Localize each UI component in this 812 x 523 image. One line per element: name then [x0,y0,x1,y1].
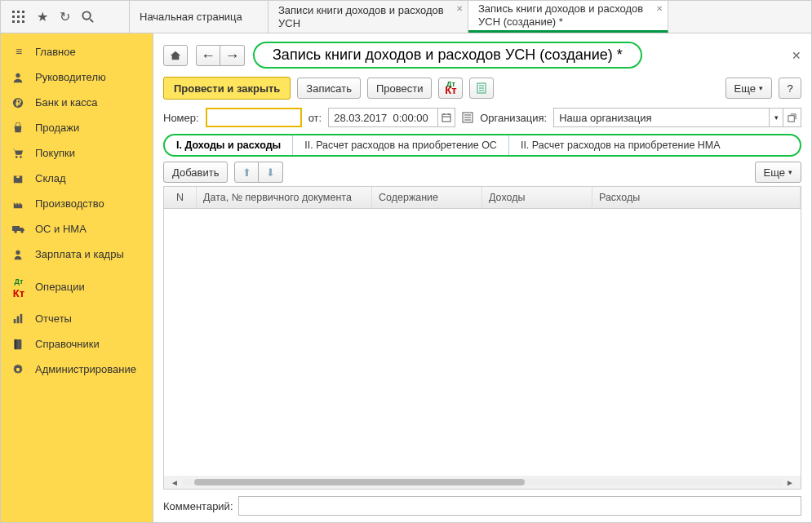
scroll-left-icon[interactable]: ◄ [167,478,182,487]
svg-point-9 [82,11,90,19]
svg-point-14 [16,156,18,158]
write-button[interactable]: Записать [297,78,361,99]
subtab-nma[interactable]: II. Расчет расходов на приобретение НМА [509,135,732,155]
table-body[interactable] [164,209,801,476]
svg-line-10 [90,19,93,22]
move-up-button[interactable]: ⬆ [234,162,259,183]
col-content[interactable]: Содержание [372,187,482,208]
svg-point-21 [16,250,20,254]
sidebar-item-warehouse[interactable]: Склад [1,166,153,191]
svg-rect-32 [442,114,450,122]
table-more-button[interactable]: Еще [755,162,801,183]
svg-rect-22 [14,319,16,323]
org-input[interactable] [553,108,769,127]
post-and-close-button[interactable]: Провести и закрыть [163,77,291,100]
sidebar-item-assets[interactable]: ОС и НМА [1,216,153,242]
back-button[interactable]: ← [196,45,220,66]
number-input[interactable] [206,108,302,127]
sidebar-item-purchases[interactable]: Покупки [1,140,153,166]
svg-rect-26 [15,339,17,348]
sidebar-item-label: Отчеты [35,312,72,325]
tab-record-create[interactable]: Запись книги доходов и расходов УСН (соз… [468,1,668,33]
manager-icon [12,72,25,83]
sidebar-item-label: Главное [35,46,76,58]
sidebar-item-admin[interactable]: Администрирование [1,357,153,382]
sidebar-item-hr[interactable]: Зарплата и кадры [1,242,153,267]
apps-icon[interactable] [12,11,25,24]
star-icon[interactable]: ★ [37,9,48,24]
forward-button[interactable]: → [220,45,245,66]
person-icon [12,249,25,260]
close-page-button[interactable]: ✕ [792,49,801,62]
subtab-income-expense[interactable]: I. Доходы и расходы [165,135,293,155]
date-input[interactable] [328,108,437,127]
add-button[interactable]: Добавить [163,162,228,183]
svg-point-20 [20,230,24,233]
sidebar-item-bank[interactable]: ₽Банк и касса [1,90,153,115]
sidebar-item-label: Продажи [35,122,79,134]
org-quick-icon[interactable] [462,112,473,123]
close-icon[interactable]: ✕ [656,4,663,13]
book-icon [12,339,25,350]
col-income[interactable]: Доходы [482,187,592,208]
more-button[interactable]: Еще [725,78,772,99]
col-date-doc[interactable]: Дата, № первичного документа [197,187,372,208]
svg-rect-6 [12,20,15,23]
svg-point-19 [14,230,17,233]
svg-rect-24 [20,313,23,322]
search-icon[interactable] [82,11,94,23]
svg-text:₽: ₽ [16,97,21,107]
sidebar-item-main[interactable]: ≡Главное [1,38,153,64]
content-area: ← → Запись книги доходов и расходов УСН … [153,33,811,522]
page-title: Запись книги доходов и расходов УСН (соз… [253,42,642,69]
comment-input[interactable] [238,496,802,516]
post-button[interactable]: Провести [367,78,433,99]
sidebar-item-manager[interactable]: Руководителю [1,64,153,90]
document-button[interactable] [469,78,494,99]
svg-rect-1 [17,11,20,13]
svg-rect-40 [788,115,794,121]
from-label: от: [308,112,322,124]
sidebar-item-catalogs[interactable]: Справочники [1,331,153,357]
subtab-os[interactable]: II. Расчет расходов на приобретение ОС [293,135,509,155]
sidebar-item-operations[interactable]: ДтКтОперации [1,267,153,306]
col-n[interactable]: N [164,187,197,208]
scroll-right-icon[interactable]: ► [783,478,797,487]
sidebar-item-reports[interactable]: Отчеты [1,306,153,331]
topbar-icon-group: ★ ↻ [1,1,130,33]
help-button[interactable]: ? [779,78,801,99]
svg-rect-2 [22,11,24,13]
gear-icon [12,364,25,375]
close-icon[interactable]: ✕ [456,4,463,13]
svg-rect-18 [12,226,20,231]
sidebar-item-production[interactable]: Производство [1,191,153,216]
history-icon[interactable]: ↻ [60,9,70,24]
comment-row: Комментарий: [163,496,801,516]
org-select: ▾ [553,108,801,127]
sidebar-item-label: Покупки [35,147,75,159]
org-label: Организация: [480,112,547,124]
top-bar: ★ ↻ Начальная страница Записи книги дохо… [1,1,811,33]
chart-icon [12,313,25,325]
sub-tab-strip: I. Доходы и расходы II. Расчет расходов … [163,134,801,157]
svg-rect-4 [17,16,20,18]
horizontal-scrollbar[interactable]: ◄ ► [164,476,801,489]
sidebar-item-label: Справочники [35,338,100,350]
comment-label: Комментарий: [163,500,233,512]
tab-records[interactable]: Записи книги доходов и расходов УСН ✕ [268,1,468,33]
tab-home[interactable]: Начальная страница [130,1,268,33]
chevron-down-icon[interactable]: ▾ [769,108,783,127]
sidebar: ≡Главное Руководителю ₽Банк и касса Прод… [1,33,153,522]
svg-rect-8 [22,20,24,23]
bag-icon [12,122,25,134]
svg-point-11 [16,73,20,77]
home-button[interactable] [163,45,188,66]
svg-rect-23 [17,316,20,323]
sidebar-item-sales[interactable]: Продажи [1,115,153,140]
col-expense[interactable]: Расходы [592,187,801,208]
dtkt-button[interactable]: ДтКт [438,78,463,99]
nav-group: ← → [196,45,245,66]
move-down-button[interactable]: ⬇ [259,162,283,183]
calendar-icon[interactable] [437,108,455,127]
open-external-icon[interactable] [783,108,801,127]
